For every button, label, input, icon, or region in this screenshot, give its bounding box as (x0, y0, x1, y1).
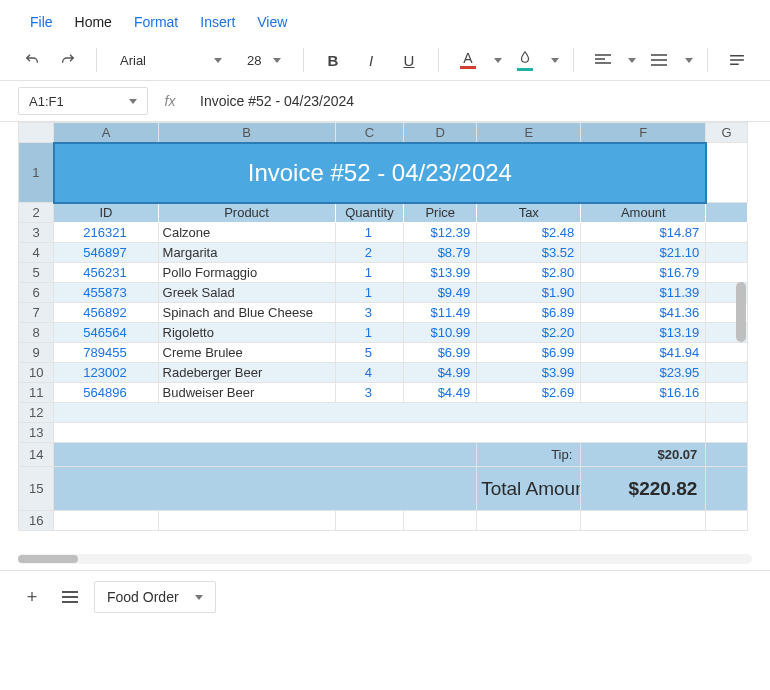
cell-amount[interactable]: $14.87 (581, 223, 706, 243)
cell[interactable] (158, 511, 335, 531)
row-header-8[interactable]: 8 (19, 323, 54, 343)
cell-id[interactable]: 789455 (54, 343, 158, 363)
header-quantity[interactable]: Quantity (335, 203, 404, 223)
vertical-scrollbar[interactable] (736, 282, 746, 342)
row-header-16[interactable]: 16 (19, 511, 54, 531)
menu-insert[interactable]: Insert (200, 14, 235, 30)
underline-button[interactable]: U (394, 46, 424, 74)
cell-qty[interactable]: 3 (335, 383, 404, 403)
cell-amount[interactable]: $21.10 (581, 243, 706, 263)
cell-product[interactable]: Calzone (158, 223, 335, 243)
col-header-E[interactable]: E (477, 123, 581, 143)
row-header-10[interactable]: 10 (19, 363, 54, 383)
cell-id[interactable]: 564896 (54, 383, 158, 403)
text-wrap-button[interactable] (722, 46, 752, 74)
row-header-6[interactable]: 6 (19, 283, 54, 303)
cell-id[interactable]: 546564 (54, 323, 158, 343)
cell-price[interactable]: $11.49 (404, 303, 477, 323)
cell-qty[interactable]: 1 (335, 323, 404, 343)
chevron-down-icon[interactable] (494, 58, 502, 63)
bold-button[interactable]: B (318, 46, 348, 74)
menu-view[interactable]: View (257, 14, 287, 30)
col-header-D[interactable]: D (404, 123, 477, 143)
chevron-down-icon[interactable] (551, 58, 559, 63)
cell[interactable] (477, 511, 581, 531)
cell-tax[interactable]: $2.69 (477, 383, 581, 403)
cell-id[interactable]: 216321 (54, 223, 158, 243)
spreadsheet-grid[interactable]: A B C D E F G 1 Invoice #52 - 04/23/2024… (0, 122, 770, 552)
cell-tax[interactable]: $2.80 (477, 263, 581, 283)
cell-id[interactable]: 456892 (54, 303, 158, 323)
cell-price[interactable]: $13.99 (404, 263, 477, 283)
cell-qty[interactable]: 1 (335, 283, 404, 303)
invoice-title-cell[interactable]: Invoice #52 - 04/23/2024 (54, 143, 706, 203)
cell[interactable] (706, 511, 748, 531)
cell[interactable] (706, 203, 748, 223)
cell-tax[interactable]: $2.48 (477, 223, 581, 243)
cell[interactable] (706, 343, 748, 363)
col-header-F[interactable]: F (581, 123, 706, 143)
row-header-2[interactable]: 2 (19, 203, 54, 223)
cell-tax[interactable]: $3.99 (477, 363, 581, 383)
cell-id[interactable]: 456231 (54, 263, 158, 283)
row-header-11[interactable]: 11 (19, 383, 54, 403)
total-label[interactable]: Total Amount: (477, 467, 581, 511)
row-header-4[interactable]: 4 (19, 243, 54, 263)
cell-qty[interactable]: 1 (335, 223, 404, 243)
cell[interactable] (404, 511, 477, 531)
formula-input[interactable]: Invoice #52 - 04/23/2024 (192, 93, 752, 109)
col-header-G[interactable]: G (706, 123, 748, 143)
cell-amount[interactable]: $23.95 (581, 363, 706, 383)
cell-amount[interactable]: $11.39 (581, 283, 706, 303)
cell[interactable] (335, 511, 404, 531)
col-header-A[interactable]: A (54, 123, 158, 143)
cell[interactable] (706, 443, 748, 467)
scroll-thumb[interactable] (18, 555, 78, 563)
cell[interactable] (54, 423, 706, 443)
cell-amount[interactable]: $41.36 (581, 303, 706, 323)
cell-product[interactable]: Creme Brulee (158, 343, 335, 363)
row-header-14[interactable]: 14 (19, 443, 54, 467)
cell[interactable] (706, 363, 748, 383)
header-product[interactable]: Product (158, 203, 335, 223)
cell[interactable] (706, 143, 748, 203)
cell[interactable] (54, 511, 158, 531)
cell-price[interactable]: $4.99 (404, 363, 477, 383)
header-tax[interactable]: Tax (477, 203, 581, 223)
cell-tax[interactable]: $1.90 (477, 283, 581, 303)
cell-qty[interactable]: 4 (335, 363, 404, 383)
chevron-down-icon[interactable] (628, 58, 636, 63)
cell[interactable] (706, 263, 748, 283)
cell-tax[interactable]: $6.99 (477, 343, 581, 363)
redo-button[interactable] (54, 46, 82, 74)
cell-qty[interactable]: 3 (335, 303, 404, 323)
menu-home[interactable]: Home (75, 14, 112, 30)
cell-amount[interactable]: $13.19 (581, 323, 706, 343)
horizontal-scrollbar[interactable] (18, 554, 752, 564)
cell-price[interactable]: $8.79 (404, 243, 477, 263)
cell[interactable] (706, 467, 748, 511)
cell-product[interactable]: Greek Salad (158, 283, 335, 303)
cell-id[interactable]: 455873 (54, 283, 158, 303)
cell-product[interactable]: Margarita (158, 243, 335, 263)
italic-button[interactable]: I (356, 46, 386, 74)
cell-price[interactable]: $10.99 (404, 323, 477, 343)
cell-product[interactable]: Budweiser Beer (158, 383, 335, 403)
cell[interactable] (706, 243, 748, 263)
cell[interactable] (54, 467, 477, 511)
cell-id[interactable]: 546897 (54, 243, 158, 263)
align-horizontal-button[interactable] (588, 46, 618, 74)
cell-reference-input[interactable]: A1:F1 (18, 87, 148, 115)
tip-label[interactable]: Tip: (477, 443, 581, 467)
cell-qty[interactable]: 5 (335, 343, 404, 363)
cell-price[interactable]: $4.49 (404, 383, 477, 403)
cell-id[interactable]: 123002 (54, 363, 158, 383)
font-family-select[interactable]: Arial (111, 46, 231, 74)
cell-qty[interactable]: 1 (335, 263, 404, 283)
undo-button[interactable] (18, 46, 46, 74)
cell[interactable] (581, 511, 706, 531)
cell-tax[interactable]: $3.52 (477, 243, 581, 263)
align-vertical-button[interactable] (644, 46, 674, 74)
cell-amount[interactable]: $16.16 (581, 383, 706, 403)
total-value[interactable]: $220.82 (581, 467, 706, 511)
